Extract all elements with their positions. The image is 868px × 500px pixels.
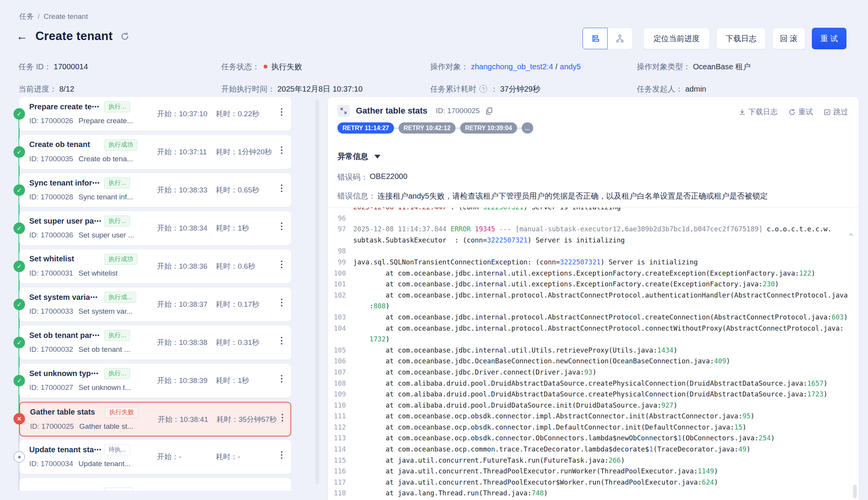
log-row: 100 at com.oceanbase.jdbc.internal.util.… [328,268,859,279]
retry-icon [788,109,796,116]
back-icon[interactable]: ← [16,30,28,42]
subtask-desc: Gather table st... [79,422,133,431]
log-line-text: 2025-12-08 11:14:22.447 : (conn 32225073… [353,207,621,213]
log-row: 1732) [328,334,859,345]
kebab-menu-icon[interactable] [279,107,285,117]
log-line-text: 2025-12-08 11:14:37.844 ERROR 19345 --- … [353,224,831,235]
kebab-menu-icon[interactable] [279,450,285,460]
subtask-duration: 耗时：0.17秒 [216,299,259,309]
help-icon[interactable]: ? [479,85,487,93]
retry-pill-more[interactable]: … [522,122,533,134]
error-message-row: 错误信息： 连接租户andy5失败，请检查该租户下管理员用户的凭据是否正确，以及… [337,191,768,201]
kebab-menu-icon[interactable] [279,145,285,155]
title-row: ← Create tenant [16,29,129,43]
subtask-card[interactable]: Gather table stats执行失败ID: 17000025Gather… [19,402,291,436]
subtask-start: 开始：10:38:41 [158,415,208,425]
exception-toggle[interactable]: 异常信息 [337,151,381,162]
check-circle-icon: ✓ [13,299,25,310]
log-line-text: at java.util.concurrent.ThreadPoolExecut… [353,466,718,477]
detail-download-log[interactable]: 下载日志 [739,107,778,117]
log-line-text: at com.oceanbase.jdbc.internal.util.exce… [353,268,815,279]
log-line-text: at com.oceanbase.ocp.obsdk.connector.imp… [353,422,746,433]
subtask-list-scrollbar[interactable] [315,99,319,484]
log-line-number: 113 [328,433,346,444]
log-scroll-up-icon[interactable] [849,232,853,236]
subtask-status-badge: 执行成... [104,292,136,303]
subtask-id: ID: 17000028 [29,193,73,201]
subtask-status-badge: 执行... [104,216,130,227]
kebab-menu-icon[interactable] [279,298,285,307]
subtask-duration: 耗时：0.22秒 [216,109,259,119]
target-tenant-link[interactable]: andy5 [560,62,581,71]
locate-progress-button[interactable]: 定位当前进度 [643,28,710,49]
refresh-icon[interactable] [120,32,129,41]
toolbar: 定位当前进度 下载日志 回 滚 重 试 [583,28,846,49]
breadcrumb-tasks[interactable]: 任务 [19,12,34,22]
kebab-menu-icon[interactable] [279,222,285,231]
tree-view-button[interactable] [608,28,633,49]
subtask-id: ID: 17000032 [29,345,73,354]
detail-skip[interactable]: 跳过 [824,107,848,117]
subtask-start: 开始：10:38:36 [157,261,207,271]
log-row: 99java.sql.SQLNonTransientConnectionExce… [328,257,859,268]
subtask-card[interactable]: Set ob tenant par⋯执行...ID: 17000032Set o… [19,326,291,360]
subtask-duration: 耗时：0.65秒 [216,185,259,195]
subtask-title: Sync tenant infor⋯ [29,178,100,187]
download-log-button[interactable]: 下载日志 [716,28,766,49]
log-line-number [328,235,346,246]
target-cluster-link[interactable]: zhangchong_ob_test2:4 [471,62,553,71]
subtask-duration: 耗时：0.6秒 [216,261,255,271]
kebab-menu-icon[interactable] [279,260,285,269]
subtask-title: Create ob tenant [29,140,90,149]
log-row: subtask.SubtaskExecutor : (conn=32225073… [328,235,859,246]
subtask-id-row: ID: 17000032Set ob tenant ... [29,345,130,354]
log-line-text: java.sql.SQLNonTransientConnectionExcept… [353,257,698,268]
log-line-number: 112 [328,422,346,433]
subtask-card[interactable]: Sync tenant infor⋯执行...ID: 17000028Sync … [19,173,291,207]
log-line-number: 96 [328,213,346,224]
subtask-card[interactable]: Set system varia⋯执行成...ID: 17000033Set s… [19,288,291,321]
rollback-button[interactable]: 回 滚 [772,28,805,49]
subtask-card[interactable]: Create ob tenant执行成功ID: 17000035Create o… [19,135,291,169]
retry-pill[interactable]: RETRY 10:42:12 [399,122,456,134]
subtask-card[interactable]: Set super user pa⋯执行...ID: 17000036Set s… [19,211,291,245]
subtask-start: 开始：10:37:11 [157,147,207,157]
subtask-id-row: ID: 17000033Set system var... [29,307,133,316]
log-line-text: :808) [353,301,390,312]
log-scrollbar-thumb[interactable] [853,485,857,498]
kebab-menu-icon[interactable] [279,336,285,345]
kebab-menu-icon[interactable] [279,184,285,193]
breadcrumb-separator: / [38,12,40,21]
log-line-number [328,207,346,213]
copy-icon[interactable] [486,107,492,115]
elapsed-field: 任务累计耗时 ? ： 37分钟29秒 [430,84,541,94]
kebab-menu-icon[interactable] [279,374,285,383]
retry-pill[interactable]: RETRY 10:39:04 [460,122,517,134]
subtask-card-partial[interactable] [19,478,291,491]
subtask-card[interactable]: Prepare create te⋯执行...ID: 17000026Prepa… [19,97,291,131]
subtask-status-badge: 执行... [104,330,130,341]
expand-button[interactable] [337,105,350,117]
subtask-card[interactable]: Set whitelist执行成功ID: 17000031Set whiteli… [19,249,291,283]
target-type-value: OceanBase 租户 [693,62,751,72]
log-row: 107 at com.oceanbase.jdbc.Driver.connect… [328,367,859,378]
subtask-id: ID: 17000025 [30,422,74,431]
retry-pill[interactable]: RETRY 11:14:27 [337,122,394,134]
progress-value: 8/12 [59,85,74,94]
subtask-card[interactable]: Set unknown typ⋯执行...ID: 17000027Set unk… [19,364,291,398]
check-circle-icon: ✓ [13,222,25,234]
log-line-text: at com.oceanbase.jdbc.internal.protocol.… [353,312,848,323]
list-view-button[interactable] [583,28,608,49]
check-circle-icon: ✓ [13,184,25,196]
subtask-list: Prepare create te⋯执行...ID: 17000026Prepa… [13,97,292,491]
kebab-menu-icon[interactable] [279,413,285,422]
detail-retry[interactable]: 重试 [788,107,813,117]
log-row: 115 at java.util.concurrent.FutureTask.r… [328,455,859,466]
log-row: 118 at java.lang.Thread.run(Thread.java:… [328,488,859,499]
retry-button[interactable]: 重 试 [812,28,846,49]
subtask-status-badge: 执行... [104,177,130,189]
subtask-card[interactable]: Update tenant sta⋯待执...ID: 17000034Updat… [19,440,291,474]
elapsed-label: 任务累计耗时 [430,84,476,94]
subtask-duration: 耗时：35分钟57秒 [217,415,277,425]
log-row: 116 at java.util.concurrent.ThreadPoolEx… [328,466,859,477]
